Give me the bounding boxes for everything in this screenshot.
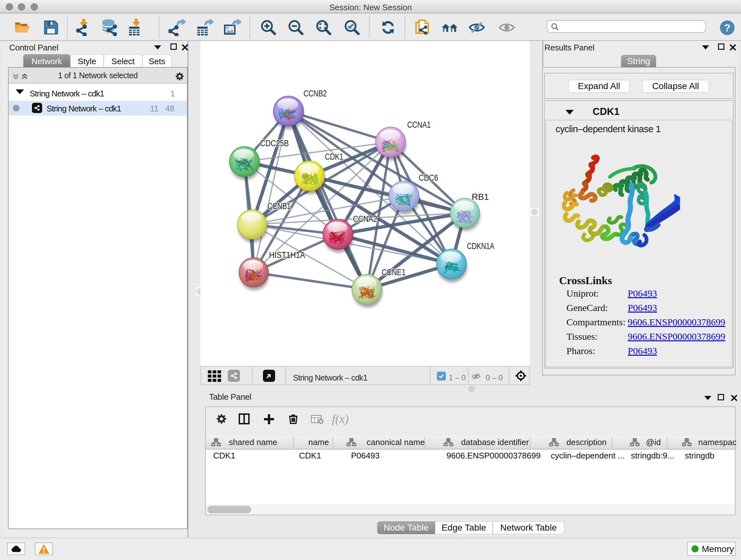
svg-text:HIST1H1A: HIST1H1A (269, 250, 305, 260)
svg-text:CCNB2: CCNB2 (304, 89, 327, 98)
svg-text:CDC25B: CDC25B (260, 138, 289, 148)
svg-text:RB1: RB1 (472, 192, 489, 202)
svg-text:CCNE1: CCNE1 (382, 267, 406, 277)
svg-text:CDK1: CDK1 (325, 152, 343, 162)
svg-text:CDKN1A: CDKN1A (467, 241, 494, 251)
svg-text:CCNA2: CCNA2 (353, 214, 377, 224)
svg-text:CCNA1: CCNA1 (407, 120, 431, 130)
svg-text:CDC6: CDC6 (419, 173, 438, 183)
svg-text:CCNB1: CCNB1 (267, 201, 291, 211)
